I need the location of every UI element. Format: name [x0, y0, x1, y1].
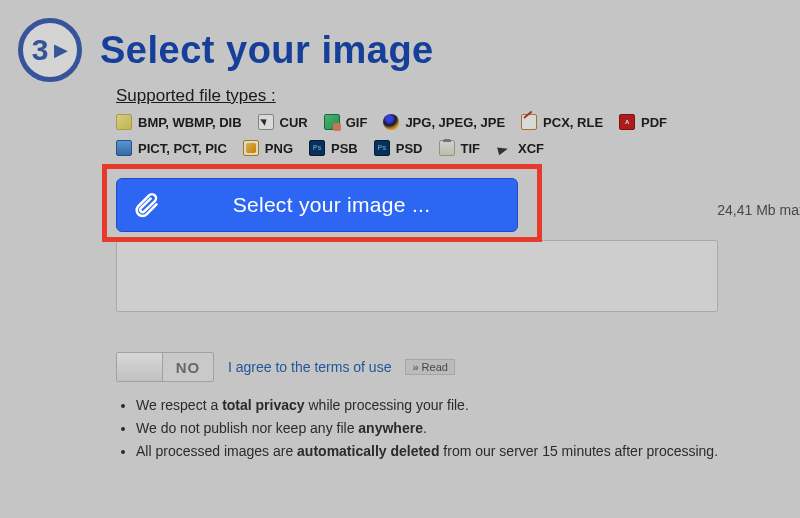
terms-link[interactable]: I agree to the terms of use	[228, 359, 391, 375]
file-type-pcx: PCX, RLE	[521, 114, 603, 130]
file-type-tif: TIF	[439, 140, 481, 156]
file-type-label: GIF	[346, 115, 368, 130]
terms-toggle[interactable]: NO	[116, 352, 214, 382]
text: from our server 15 minutes after process…	[439, 443, 718, 459]
file-type-label: PSB	[331, 141, 358, 156]
page-root: 3 ▶ Select your image Supported file typ…	[0, 0, 800, 518]
select-image-button[interactable]: Select your image ...	[116, 178, 518, 232]
file-type-label: PDF	[641, 115, 667, 130]
file-type-gif: GIF	[324, 114, 368, 130]
pict-icon	[116, 140, 132, 156]
terms-row: NO I agree to the terms of use » Read	[116, 352, 770, 382]
file-type-pict: PICT, PCT, PIC	[116, 140, 227, 156]
xcf-icon	[496, 140, 512, 156]
tif-icon	[439, 140, 455, 156]
pcx-icon	[521, 114, 537, 130]
file-type-cur: CUR	[258, 114, 308, 130]
text-bold: automatically deleted	[297, 443, 439, 459]
max-size-label: 24,41 Mb max	[717, 202, 800, 218]
text: while processing your file.	[305, 397, 469, 413]
toggle-knob	[117, 353, 163, 381]
file-type-png: PNG	[243, 140, 293, 156]
upload-zone: Select your image ... 24,41 Mb max	[116, 178, 716, 312]
gif-icon	[324, 114, 340, 130]
drop-area[interactable]	[116, 240, 718, 312]
jpg-icon	[383, 114, 399, 130]
file-type-label: PSD	[396, 141, 423, 156]
pdf-icon: A	[619, 114, 635, 130]
psd-icon: Ps	[374, 140, 390, 156]
file-type-pdf: APDF	[619, 114, 667, 130]
file-type-label: BMP, WBMP, DIB	[138, 115, 242, 130]
step-badge: 3 ▶	[18, 18, 82, 82]
file-type-jpg: JPG, JPEG, JPE	[383, 114, 505, 130]
file-type-label: JPG, JPEG, JPE	[405, 115, 505, 130]
file-type-label: CUR	[280, 115, 308, 130]
content-column: Supported file types : BMP, WBMP, DIBCUR…	[116, 86, 770, 461]
file-type-psb: PsPSB	[309, 140, 358, 156]
text: We respect a	[136, 397, 222, 413]
file-type-bmp: BMP, WBMP, DIB	[116, 114, 242, 130]
file-type-list: BMP, WBMP, DIBCURGIFJPG, JPEG, JPEPCX, R…	[116, 114, 770, 156]
section-header: 3 ▶ Select your image	[18, 18, 770, 82]
list-item: We respect a total privacy while process…	[136, 396, 756, 415]
text-bold: total privacy	[222, 397, 304, 413]
play-arrow-icon: ▶	[54, 41, 68, 59]
file-type-label: TIF	[461, 141, 481, 156]
supported-types-label: Supported file types :	[116, 86, 770, 106]
file-type-label: PNG	[265, 141, 293, 156]
page-title: Select your image	[100, 29, 434, 72]
text: All processed images are	[136, 443, 297, 459]
paperclip-icon	[117, 191, 176, 219]
read-terms-button[interactable]: » Read	[405, 359, 454, 375]
toggle-state-label: NO	[163, 359, 213, 376]
file-type-xcf: XCF	[496, 140, 544, 156]
file-type-psd: PsPSD	[374, 140, 423, 156]
file-type-label: XCF	[518, 141, 544, 156]
list-item: We do not publish nor keep any file anyw…	[136, 419, 756, 438]
text: We do not publish nor keep any file	[136, 420, 358, 436]
psb-icon: Ps	[309, 140, 325, 156]
select-image-button-label: Select your image ...	[176, 193, 517, 217]
list-item: All processed images are automatically d…	[136, 442, 756, 461]
file-type-label: PICT, PCT, PIC	[138, 141, 227, 156]
png-icon	[243, 140, 259, 156]
cur-icon	[258, 114, 274, 130]
bmp-icon	[116, 114, 132, 130]
privacy-notes: We respect a total privacy while process…	[136, 396, 756, 461]
file-type-label: PCX, RLE	[543, 115, 603, 130]
step-number: 3	[32, 35, 49, 65]
text-bold: anywhere	[358, 420, 423, 436]
text: .	[423, 420, 427, 436]
